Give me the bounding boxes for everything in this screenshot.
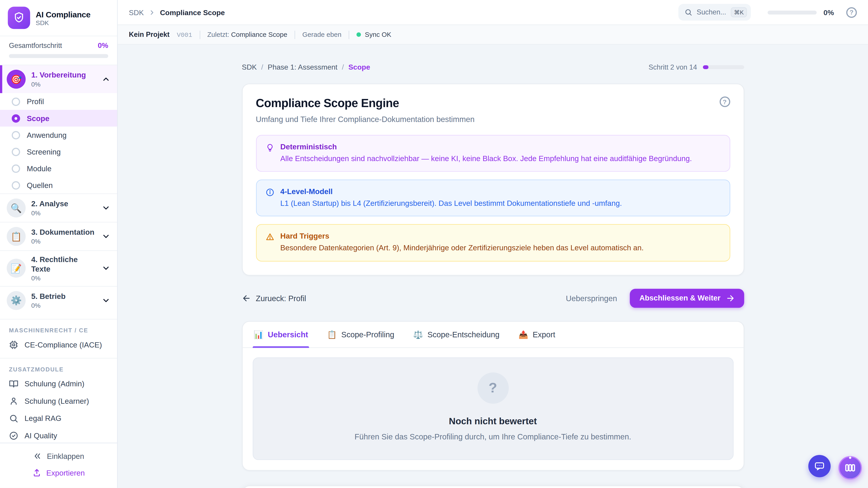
overall-progress: Gesamtfortschritt 0%: [0, 36, 117, 65]
project-name: Kein Projekt: [129, 31, 169, 39]
empty-state-title: Noch nicht bewertet: [449, 416, 537, 426]
divider: [349, 31, 349, 39]
memo-icon: 📝: [7, 259, 26, 278]
bar-chart-icon: 📊: [254, 330, 264, 339]
keyboard-shortcut-badge: ⌘K: [731, 7, 747, 17]
topbar-progress-value: 0%: [824, 8, 834, 17]
last-saved-time: Gerade eben: [303, 31, 342, 39]
question-mark-icon: ?: [477, 372, 508, 403]
chevrons-left-icon: [33, 452, 42, 460]
radio-selected-icon: [12, 114, 20, 123]
skip-button[interactable]: Ueberspringen: [566, 294, 617, 302]
sidebar-section-analyse[interactable]: 🔍 2. Analyse 0%: [0, 193, 117, 222]
sidebar-section-dokumentation[interactable]: 📋 3. Dokumentation 0%: [0, 222, 117, 250]
sidebar-item-quellen[interactable]: Quellen: [0, 177, 117, 193]
help-icon[interactable]: ?: [846, 7, 857, 18]
arrow-left-icon: [242, 294, 251, 302]
sidebar-item-screening[interactable]: Screening: [0, 143, 117, 160]
sync-ok-dot: [356, 32, 361, 37]
chat-fab-button[interactable]: [808, 455, 831, 477]
lightbulb-icon: [265, 143, 274, 164]
cpu-icon: [9, 340, 18, 350]
export-button[interactable]: Exportieren: [7, 464, 111, 481]
note-hard-triggers: Hard Triggers Besondere Datenkategorien …: [256, 224, 730, 261]
sidebar-item-legal-rag[interactable]: Legal RAG: [0, 410, 117, 427]
profiling-cta-card: 📋 Starten Sie mit dem Profiling Beantwor…: [242, 486, 744, 488]
crumb-phase[interactable]: Phase 1: Assessment: [268, 63, 338, 71]
tab-panel-uebersicht: ? Noch nicht bewertet Führen Sie das Sco…: [242, 348, 743, 470]
last-step-value: Compliance Scope: [231, 31, 287, 39]
overall-progress-label: Gesamtfortschritt: [9, 41, 62, 50]
app-title-block: AI Compliance SDK: [36, 10, 90, 26]
sidebar-section-vorbereitung[interactable]: 🎯 1. Vorbereitung 0%: [0, 65, 117, 93]
overall-progress-bar: [9, 54, 108, 58]
tab-scope-entscheidung[interactable]: ⚖️ Scope-Entscheidung: [412, 322, 501, 347]
book-open-icon: [9, 379, 18, 389]
app-logo: [8, 7, 30, 29]
sidebar-item-ce-compliance[interactable]: CE-Compliance (IACE): [0, 336, 117, 354]
radio-icon: [12, 97, 20, 106]
tab-export[interactable]: 📤 Export: [518, 322, 557, 347]
collapse-sidebar-button[interactable]: Einklappen: [7, 448, 111, 464]
main-column: SDK Compliance Scope Suchen... ⌘K 0% ? K…: [118, 0, 868, 488]
page-title: Compliance Scope Engine: [256, 96, 475, 110]
note-deterministisch: Deterministisch Alle Entscheidungen sind…: [256, 135, 730, 172]
complete-next-button[interactable]: Abschliessen & Weiter: [630, 289, 744, 308]
empty-state-text: Führen Sie das Scope-Profiling durch, um…: [354, 432, 631, 441]
crumb-sdk[interactable]: SDK: [242, 63, 257, 71]
search-input[interactable]: Suchen... ⌘K: [678, 4, 751, 21]
sidebar-item-schulung-learner[interactable]: Schulung (Learner): [0, 392, 117, 410]
arrow-right-icon: [725, 294, 735, 302]
app-name: AI Compliance: [36, 10, 90, 19]
sidebar-section-rechtliche-texte[interactable]: 📝 4. Rechtliche Texte 0%: [0, 250, 117, 286]
page-subtitle: Umfang und Tiefe Ihrer Compliance-Dokume…: [256, 115, 475, 124]
help-icon[interactable]: ?: [719, 96, 730, 107]
tab-uebersicht[interactable]: 📊 Uebersicht: [252, 322, 309, 347]
empty-state: ? Noch nicht bewertet Führen Sie das Sco…: [252, 357, 733, 460]
chevron-up-icon: [101, 75, 110, 84]
sync-status: Sync OK: [356, 31, 391, 39]
sidebar-section-betrieb[interactable]: ⚙️ 5. Betrieb 0%: [0, 286, 117, 314]
sidebar-item-scope[interactable]: Scope: [0, 110, 117, 127]
breadcrumb-current: Compliance Scope: [160, 8, 225, 17]
outbox-icon: 📤: [519, 330, 528, 339]
chevron-right-icon: [148, 8, 156, 16]
sidebar-item-module[interactable]: Module: [0, 160, 117, 177]
search-icon: [684, 8, 692, 16]
sidebar-item-schulung-admin[interactable]: Schulung (Admin): [0, 375, 117, 392]
step-nav-row: Zurueck: Profil Ueberspringen Abschliess…: [242, 289, 744, 308]
back-button[interactable]: Zurueck: Profil: [242, 294, 306, 302]
page-breadcrumb-row: SDK / Phase 1: Assessment / Scope Schrit…: [242, 63, 744, 71]
kanban-fab-button[interactable]: [838, 456, 862, 480]
sidebar-item-anwendung[interactable]: Anwendung: [0, 127, 117, 143]
gear-icon: ⚙️: [7, 291, 26, 310]
search-placeholder: Suchen...: [697, 8, 726, 16]
info-icon: [265, 188, 274, 209]
sidebar-item-ai-quality[interactable]: AI Quality: [0, 427, 117, 443]
radio-icon: [12, 131, 20, 139]
scope-tabs-card: 📊 Uebersicht 📋 Scope-Profiling ⚖️ Scope-…: [242, 321, 744, 470]
sidebar-item-profil[interactable]: Profil: [0, 93, 117, 110]
status-bar: Kein Projekt V001 Zuletzt: Compliance Sc…: [118, 25, 868, 44]
tab-scope-profiling[interactable]: 📋 Scope-Profiling: [326, 322, 395, 347]
sidebar: AI Compliance SDK Gesamtfortschritt 0% 🎯…: [0, 0, 118, 488]
group-header-maschinenrecht: MASCHINENRECHT / CE: [0, 319, 117, 336]
sidebar-footer: Einklappen Exportieren: [0, 443, 117, 488]
tab-bar: 📊 Uebersicht 📋 Scope-Profiling ⚖️ Scope-…: [242, 322, 743, 348]
scope-engine-card: Compliance Scope Engine Umfang und Tiefe…: [242, 84, 744, 275]
breadcrumb-root[interactable]: SDK: [129, 8, 144, 17]
scales-icon: ⚖️: [413, 330, 423, 339]
page-breadcrumb: SDK / Phase 1: Assessment / Scope: [242, 63, 370, 71]
check-circle-icon: [9, 431, 18, 440]
app-root: AI Compliance SDK Gesamtfortschritt 0% 🎯…: [0, 0, 868, 488]
chevron-down-icon: [101, 264, 110, 273]
section-items: Profil Scope Anwendung Screening Module: [0, 93, 117, 193]
sidebar-nav: 🎯 1. Vorbereitung 0% Profil Scope: [0, 65, 117, 443]
step-indicator: Schritt 2 von 14: [649, 63, 744, 71]
clipboard-icon: 📋: [327, 330, 337, 339]
radio-icon: [12, 148, 20, 156]
crumb-current: Scope: [348, 63, 370, 71]
app-subtitle: SDK: [36, 19, 90, 26]
topbar: SDK Compliance Scope Suchen... ⌘K 0% ?: [118, 0, 868, 25]
search-icon: [9, 414, 18, 423]
